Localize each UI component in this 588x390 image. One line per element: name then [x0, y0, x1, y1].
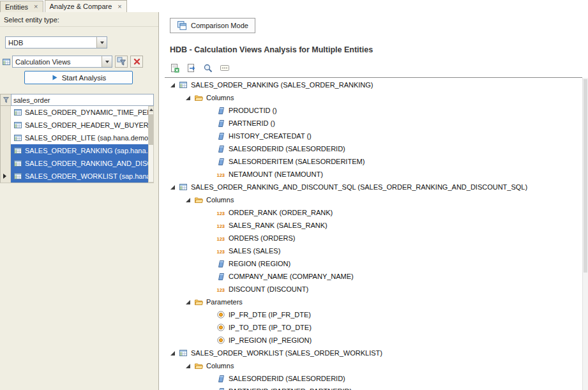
entity-name-cell[interactable]: SALES_ORDER_RANKING_AND_DISC	[11, 157, 154, 170]
tree-node[interactable]: Columns	[160, 193, 582, 206]
entity-selection-panel: Select entity type: HDB Calculation View…	[0, 11, 159, 390]
tree-node[interactable]: SALESORDERID (SALESORDERID)	[160, 142, 582, 155]
attribute-icon	[216, 260, 226, 268]
tree-node[interactable]: 123SALES_RANK (SALES_RANK)	[160, 219, 582, 232]
tree-node[interactable]: Columns	[160, 359, 582, 372]
export-icon	[186, 63, 197, 73]
chevron-down-icon[interactable]	[102, 56, 112, 67]
tree-node-label: ORDER_RANK (ORDER_RANK)	[229, 209, 333, 216]
scrollbar-thumb[interactable]	[584, 79, 587, 273]
expand-arrow-icon[interactable]	[170, 350, 178, 356]
entity-name-cell[interactable]: SALES_ORDER_HEADER_W_BUYER (	[11, 119, 154, 131]
comparison-mode-button[interactable]: Comparison Mode	[170, 18, 255, 33]
entity-type-dropdown-value: Calculation Views	[13, 58, 102, 66]
tree-node[interactable]: IP_TO_DTE (IP_TO_DTE)	[160, 321, 582, 334]
svg-text:123: 123	[217, 211, 225, 216]
attribute-icon	[216, 132, 226, 140]
attribute-icon	[216, 158, 226, 166]
tree-node[interactable]: HISTORY_CREATEDAT ()	[160, 130, 582, 142]
tree-node[interactable]: PRODUCTID ()	[160, 104, 582, 117]
toolbar-separator	[165, 77, 582, 78]
comment-button[interactable]	[218, 62, 231, 75]
expand-arrow-icon[interactable]	[170, 184, 178, 190]
tree-node[interactable]: COMPANY_NAME (COMPANY_NAME)	[160, 270, 582, 283]
expand-arrow-icon[interactable]	[185, 363, 193, 369]
tree-node-label: SALES_ORDER_RANKING (SALES_ORDER_RANKING…	[191, 81, 373, 89]
scroll-up-icon[interactable]	[149, 107, 153, 113]
tab-analyze-compare[interactable]: Analyze & Compare ×	[45, 0, 127, 12]
expand-arrow-icon[interactable]	[185, 299, 193, 305]
zoom-icon	[203, 63, 213, 73]
entity-list: SALES_ORDER_DYNAMIC_TIME_PERSALES_ORDER_…	[0, 106, 154, 183]
zoom-button[interactable]	[201, 62, 215, 75]
expand-arrow-icon[interactable]	[185, 95, 193, 101]
row-indicator	[0, 157, 11, 170]
svg-text:123: 123	[217, 223, 225, 229]
close-icon[interactable]: ×	[34, 3, 38, 10]
tree-node[interactable]: 123ORDER_RANK (ORDER_RANK)	[160, 206, 582, 219]
tree-node[interactable]: SALESORDERITEM (SALESORDERITEM)	[160, 155, 582, 168]
calc-view-icon	[13, 172, 23, 181]
measure-icon: 123	[216, 234, 226, 243]
row-indicator	[0, 119, 11, 131]
list-item[interactable]: SALES_ORDER_RANKING_AND_DISC	[0, 157, 154, 170]
tree-node[interactable]: REGION (REGION)	[160, 257, 582, 270]
calc-view-icon	[13, 159, 23, 168]
page-title: HDB - Calculation Views Analysis for Mul…	[170, 45, 373, 54]
tab-entities[interactable]: Entities ×	[0, 1, 43, 12]
clear-filter-button[interactable]	[130, 56, 143, 68]
funnel-icon	[3, 96, 10, 103]
tree-node[interactable]: PARTNERID (PARTNER_PARTNERID)	[160, 385, 582, 390]
tree-node[interactable]: SALES_ORDER_RANKING (SALES_ORDER_RANKING…	[160, 79, 582, 91]
list-item[interactable]: SALES_ORDER_HEADER_W_BUYER (	[0, 119, 154, 131]
tree-node-label: IP_REGION (IP_REGION)	[229, 336, 312, 344]
list-item[interactable]: SALES_ORDER_DYNAMIC_TIME_PER	[0, 106, 154, 119]
tree-node-label: REGION (REGION)	[229, 260, 290, 267]
tree-node[interactable]: 123DISCOUNT (DISCOUNT)	[160, 283, 582, 296]
list-item[interactable]: SALES_ORDER_WORKLIST (sap.hana	[0, 170, 154, 183]
tree-node[interactable]: 123ORDERS (ORDERS)	[160, 232, 582, 244]
tree-node-label: PARTNERID ()	[229, 119, 275, 127]
list-item[interactable]: SALES_ORDER_RANKING (sap.hana.	[0, 144, 154, 157]
parameter-icon	[216, 336, 226, 345]
close-icon[interactable]: ×	[117, 3, 121, 10]
tree-node[interactable]: SALES_ORDER_RANKING_AND_DISCOUNT_SQL (SA…	[160, 181, 582, 193]
tree-node[interactable]: Parameters	[160, 296, 582, 308]
comparison-mode-label: Comparison Mode	[191, 22, 248, 29]
list-item[interactable]: SALES_ORDER_LITE (sap.hana.demo	[0, 131, 154, 144]
expand-arrow-icon[interactable]	[185, 197, 193, 203]
chevron-down-icon[interactable]	[96, 37, 107, 48]
tree-node[interactable]: Columns	[160, 91, 582, 104]
tree-node[interactable]: 123SALES (SALES)	[160, 244, 582, 257]
attribute-icon	[216, 375, 226, 383]
tree-node[interactable]: IP_FR_DTE (IP_FR_DTE)	[160, 308, 582, 321]
entity-filter-input[interactable]	[11, 94, 154, 106]
analysis-panel: Comparison Mode HDB - Calculation Views …	[160, 0, 588, 390]
export-excel-button[interactable]	[168, 62, 181, 75]
tree-node[interactable]: 123NETAMOUNT (NETAMOUNT)	[160, 168, 582, 181]
expand-arrow-icon[interactable]	[170, 82, 178, 88]
tree-node-label: SALES_ORDER_RANKING_AND_DISCOUNT_SQL (SA…	[191, 183, 527, 191]
entity-name-cell[interactable]: SALES_ORDER_LITE (sap.hana.demo	[11, 131, 154, 144]
attribute-icon	[216, 145, 226, 153]
entity-list-scrollbar[interactable]	[148, 106, 154, 183]
export-button[interactable]	[185, 62, 198, 75]
calc-view-icon	[178, 80, 188, 89]
start-analysis-button[interactable]: Start Analysis	[24, 71, 133, 84]
tree-node[interactable]: SALESORDERID (SALESORDERID)	[160, 372, 582, 385]
tree-node[interactable]: PARTNERID ()	[160, 117, 582, 130]
tree-node-label: SALESORDERID (SALESORDERID)	[229, 145, 345, 153]
tree-scrollbar[interactable]	[582, 78, 588, 390]
tree-node[interactable]: IP_REGION (IP_REGION)	[160, 334, 582, 347]
scrollbar-thumb[interactable]	[149, 114, 153, 145]
filter-editor-button[interactable]	[115, 56, 128, 68]
analysis-toolbar	[168, 62, 231, 75]
calc-view-icon	[2, 57, 11, 66]
system-dropdown[interactable]: HDB	[5, 36, 107, 49]
entity-type-dropdown[interactable]: Calculation Views	[12, 56, 112, 68]
entity-name-cell[interactable]: SALES_ORDER_RANKING (sap.hana.	[11, 144, 154, 157]
entity-name-cell[interactable]: SALES_ORDER_WORKLIST (sap.hana	[11, 170, 154, 183]
tree-node[interactable]: SALES_ORDER_WORKLIST (SALES_ORDER_WORKLI…	[160, 347, 582, 359]
tree-node-label: IP_FR_DTE (IP_FR_DTE)	[229, 311, 311, 319]
entity-name-cell[interactable]: SALES_ORDER_DYNAMIC_TIME_PER	[11, 106, 154, 119]
